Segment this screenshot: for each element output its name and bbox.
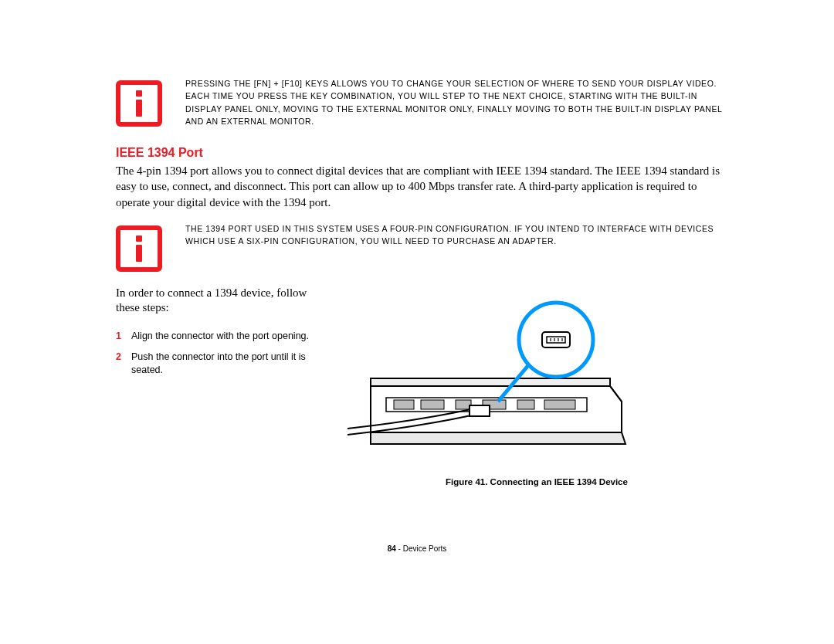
page-number: 84 [388, 544, 396, 553]
svg-rect-1 [394, 400, 414, 409]
info-icon [116, 225, 162, 272]
step-item: 2 Push the connector into the port until… [116, 351, 317, 377]
svg-rect-2 [421, 400, 444, 409]
body-paragraph: The 4-pin 1394 port allows you to connec… [116, 163, 726, 210]
info-note-1-text: Pressing the [Fn] + [F10] keys allows yo… [185, 77, 726, 127]
steps-lead-in: In order to connect a 1394 device, follo… [116, 286, 317, 316]
step-number: 2 [116, 351, 131, 377]
svg-rect-6 [544, 400, 575, 409]
section-heading: IEEE 1394 Port [116, 146, 726, 160]
step-number: 1 [116, 330, 131, 343]
page-footer: 84 - Device Ports [0, 544, 834, 553]
step-text: Align the connector with the port openin… [131, 330, 317, 343]
svg-rect-5 [517, 400, 534, 409]
footer-section: Device Ports [403, 544, 447, 553]
figure-caption: Figure 41. Connecting an IEEE 1394 Devic… [348, 477, 726, 486]
info-icon [116, 80, 162, 127]
info-note-2-text: The 1394 port used in this system uses a… [185, 222, 726, 248]
svg-rect-7 [470, 405, 490, 416]
step-text: Push the connector into the port until i… [131, 351, 317, 377]
figure-illustration [348, 286, 633, 463]
info-note-1: Pressing the [Fn] + [F10] keys allows yo… [116, 77, 726, 127]
step-item: 1 Align the connector with the port open… [116, 330, 317, 343]
info-note-2: The 1394 port used in this system uses a… [116, 222, 726, 272]
